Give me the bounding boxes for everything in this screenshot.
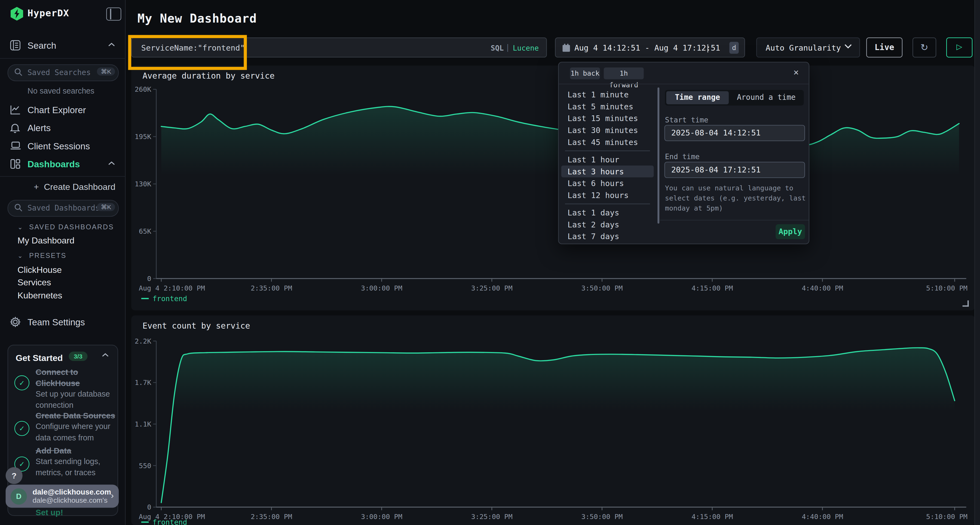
sidebar-item-dashboards[interactable]: Dashboards [0,158,125,173]
start-time-input[interactable]: 2025-08-04 14:12:51 [665,125,805,141]
quick-range-option[interactable]: Last 1 minute [561,89,654,101]
tab-around-a-time[interactable]: Around a time [730,91,802,104]
user-email: dale@clickhouse.com [32,488,111,496]
checklist-item-title[interactable]: Connect to ClickHouse [36,367,113,389]
chevron-down-icon: ⌄ [18,224,24,230]
checklist-item-title[interactable]: Create Data Sources [36,410,123,421]
sidebar-item-alerts[interactable]: Alerts [0,122,125,137]
get-started-title: Get Started [16,353,63,363]
event-count-chart[interactable]: 05501.1K1.7K2.2KAug 4 2:10:00 PM2:35:00 … [131,315,975,525]
granularity-select[interactable]: Auto Granularity [756,38,860,57]
checklist-item-subtitle: Start sending logs, metrics, or traces [36,457,115,478]
scrollbar-thumb[interactable] [657,87,659,224]
search-icon [14,68,23,77]
quick-range-option[interactable]: Last 12 hours [561,189,654,201]
refresh-icon: ↻ [920,42,928,52]
play-button[interactable]: ▷ [946,38,972,57]
sidebar-item-label: Search [27,41,56,51]
avatar: D [11,488,27,504]
sidebar-item-clickhouse[interactable]: ClickHouse [18,265,62,275]
refresh-button[interactable]: ↻ [913,38,936,57]
chevron-up-icon[interactable] [108,161,115,165]
quick-range-option[interactable]: Last 2 days [561,219,654,231]
sidebar-item-kubernetes[interactable]: Kubernetes [18,290,62,301]
checklist-item-title[interactable]: Add Data [36,445,113,456]
end-time-input[interactable]: 2025-08-04 17:12:51 [665,162,805,178]
time-range-input[interactable]: Aug 4 14:12:51 - Aug 4 17:12:51 d [555,38,745,57]
quick-range-option[interactable]: Last 7 days [561,230,654,243]
svg-text:1.7K: 1.7K [135,379,152,387]
saved-dashboards-input[interactable]: Saved Dashboards ⌘K [8,200,119,217]
sidebar-item-client-sessions[interactable]: Client Sessions [0,140,125,155]
start-time-label: Start time [665,116,708,124]
scrollbar-track[interactable] [974,0,980,525]
hyperdx-logo-icon [11,7,23,21]
quick-range-option[interactable]: Last 5 minutes [561,101,654,113]
sidebar-item-label: Dashboards [27,159,80,169]
svg-text:4:40:00 PM: 4:40:00 PM [802,513,843,521]
sidebar-item-my-dashboard[interactable]: My Dashboard [18,236,74,246]
quick-range-option[interactable]: Last 45 minutes [561,136,654,148]
quick-range-option[interactable]: Last 6 hours [561,178,654,189]
quick-range-option[interactable]: Last 1 hour [561,154,654,166]
quick-range-option-selected[interactable]: Last 3 hours [561,165,654,178]
svg-text:3:00:00 PM: 3:00:00 PM [361,513,402,521]
live-button[interactable]: Live [866,38,902,57]
apply-button[interactable]: Apply [776,224,805,239]
chevron-down-icon [845,44,852,49]
chart-panel-event-count: Event count by service 05501.1K1.7K2.2KA… [131,315,975,525]
end-time-label: End time [665,152,700,161]
app-window: HyperDX Search Saved Searches ⌘K No save… [0,0,980,525]
sidebar-item-chart-explorer[interactable]: Chart Explorer [0,104,125,119]
svg-text:0: 0 [147,503,151,511]
main-content: My New Dashboard ServiceName:"frontend" … [125,0,980,525]
chevron-up-icon[interactable] [102,353,109,357]
laptop-icon [10,141,21,152]
svg-text:5:10:00 PM: 5:10:00 PM [926,513,967,521]
svg-text:4:15:00 PM: 4:15:00 PM [692,513,733,521]
setup-link[interactable]: Set up! [36,508,63,517]
custom-range-panel: Time range Around a time Start time 2025… [660,63,809,244]
check-circle-icon: ✓ [14,375,29,390]
sidebar-item-services[interactable]: Services [18,277,51,287]
presets-header[interactable]: ⌄PRESETS [18,252,67,259]
sidebar-item-team-settings[interactable]: Team Settings [0,316,125,331]
tab-time-range[interactable]: Time range [666,91,729,104]
sidebar-item-label: Client Sessions [27,141,90,151]
sidebar-collapse-icon[interactable] [106,8,121,21]
search-logs-icon [10,40,21,51]
forward-1h-button[interactable]: 1h forward [604,67,644,79]
user-team: dale@clickhouse.com's [32,496,107,504]
saved-searches-input[interactable]: Saved Searches ⌘K [8,64,119,81]
average-duration-chart[interactable]: 065K130K195K260KAug 4 2:10:00 PM2:35:00 … [131,65,975,310]
play-icon: ▷ [956,43,962,51]
sql-toggle[interactable]: SQL [491,44,504,52]
time-range-value: Aug 4 14:12:51 - Aug 4 17:12:51 [574,43,720,52]
sidebar-item-search[interactable]: Search [0,40,125,54]
sidebar: HyperDX Search Saved Searches ⌘K No save… [0,0,126,525]
back-1h-button[interactable]: 1h back [570,67,600,79]
range-mode-tabs: Time range Around a time [665,90,804,106]
svg-text:260K: 260K [135,86,152,93]
svg-text:65K: 65K [139,227,151,235]
bell-icon [10,122,21,133]
svg-text:130K: 130K [135,180,152,188]
help-button[interactable]: ? [6,467,22,484]
lucene-toggle[interactable]: Lucene [513,44,539,52]
svg-text:4:40:00 PM: 4:40:00 PM [802,284,843,292]
quick-range-option[interactable]: Last 30 minutes [561,124,654,136]
quick-range-option[interactable]: Last 15 minutes [561,113,654,124]
plus-icon: + [34,182,39,192]
resize-handle-icon[interactable] [963,300,969,306]
svg-text:Aug 4 2:10:00 PM: Aug 4 2:10:00 PM [139,284,205,292]
brand-title: HyperDX [27,8,69,19]
saved-dashboards-header[interactable]: ⌄SAVED DASHBOARDS [18,223,114,231]
svg-text:3:50:00 PM: 3:50:00 PM [581,284,623,292]
quick-range-option[interactable]: Last 1 days [561,207,654,219]
svg-text:2.2K: 2.2K [135,337,152,345]
sidebar-item-label: Alerts [27,123,51,133]
user-menu[interactable]: D dale@clickhouse.com dale@clickhouse.co… [6,485,119,508]
chevron-up-icon[interactable] [108,43,115,47]
quick-range-option[interactable]: Last 14 days [561,243,654,244]
create-dashboard-button[interactable]: +Create Dashboard [34,182,115,192]
